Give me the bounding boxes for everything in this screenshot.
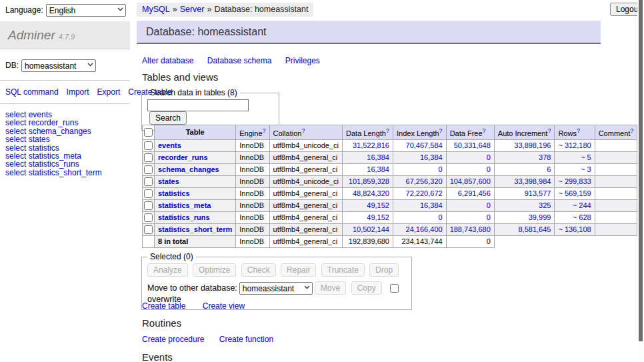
- repair-button[interactable]: Repair: [281, 263, 316, 277]
- hint-link[interactable]: ?: [630, 127, 633, 134]
- row-checkbox[interactable]: [144, 141, 153, 150]
- row-checkbox[interactable]: [144, 165, 153, 174]
- create-procedure-link[interactable]: Create procedure: [142, 335, 204, 344]
- row-checkbox[interactable]: [144, 153, 153, 162]
- sidebar-item-select-statistics-short-term[interactable]: select statistics_short_term: [5, 169, 130, 177]
- hint-link[interactable]: ?: [439, 127, 443, 134]
- auto-increment-link[interactable]: 378: [539, 153, 551, 161]
- rows-count-link[interactable]: ~ 5: [581, 153, 591, 161]
- search-button[interactable]: Search: [149, 111, 187, 125]
- index-length-link[interactable]: 72,220,672: [406, 189, 443, 197]
- move-db-select[interactable]: homeassistant: [239, 282, 313, 295]
- row-checkbox[interactable]: [144, 177, 153, 186]
- check-button[interactable]: Check: [241, 263, 276, 277]
- rows-count-link[interactable]: ~ 136,108: [558, 225, 591, 233]
- rows-count-link[interactable]: ~ 312,180: [558, 141, 591, 149]
- data-free-link[interactable]: 0: [487, 213, 491, 221]
- auto-increment-link[interactable]: 913,577: [525, 189, 551, 197]
- hint-link[interactable]: ?: [577, 127, 580, 134]
- copy-button[interactable]: Copy: [351, 281, 382, 295]
- auto-increment-link[interactable]: 8,581,645: [518, 225, 551, 233]
- table-link[interactable]: schema_changes: [158, 165, 219, 173]
- db-select[interactable]: homeassistant: [21, 59, 96, 72]
- index-length-link[interactable]: 16,384: [420, 153, 443, 161]
- data-free-link[interactable]: 0: [487, 153, 491, 161]
- selected-actions-row: Analyze Optimize Check Repair Truncate D…: [147, 263, 406, 277]
- breadcrumb-mysql-link[interactable]: MySQL: [142, 5, 170, 14]
- import-link[interactable]: Import: [67, 87, 89, 97]
- auto-increment-link[interactable]: 39,999: [529, 213, 551, 221]
- data-free-link[interactable]: 0: [487, 201, 491, 209]
- create-view-link[interactable]: Create view: [203, 301, 245, 311]
- table-link[interactable]: events: [158, 141, 181, 149]
- sql-command-link[interactable]: SQL command: [5, 87, 59, 97]
- select-all-checkbox[interactable]: [144, 128, 153, 137]
- auto-increment-link[interactable]: 6: [547, 165, 551, 173]
- optimize-button[interactable]: Optimize: [193, 263, 236, 277]
- database-schema-link[interactable]: Database schema: [207, 56, 272, 65]
- data-length-link[interactable]: 16,384: [367, 153, 389, 161]
- sidebar-item-select-statistics-runs[interactable]: select statistics_runs: [5, 160, 130, 168]
- table-link[interactable]: states: [158, 177, 179, 185]
- data-length-link[interactable]: 49,152: [367, 201, 389, 209]
- index-length-link[interactable]: 0: [439, 213, 443, 221]
- hint-link[interactable]: ?: [301, 127, 305, 134]
- data-free-link[interactable]: 188,743,680: [450, 225, 491, 233]
- hint-link[interactable]: ?: [263, 127, 266, 134]
- auto-increment-link[interactable]: 33,398,984: [514, 177, 551, 185]
- overwrite-checkbox[interactable]: [390, 284, 399, 293]
- rows-count-link[interactable]: ~ 3: [581, 165, 591, 173]
- sidebar-item-select-states[interactable]: select states: [5, 135, 130, 143]
- index-length-link[interactable]: 70,467,584: [406, 141, 443, 149]
- data-free-link[interactable]: 50,331,648: [454, 141, 491, 149]
- table-link[interactable]: statistics_runs: [158, 213, 210, 221]
- rows-count-link[interactable]: ~ 299,833: [558, 177, 591, 185]
- sidebar-item-select-recorder-runs[interactable]: select recorder_runs: [5, 119, 130, 127]
- row-checkbox[interactable]: [144, 213, 153, 222]
- row-checkbox[interactable]: [144, 201, 153, 210]
- analyze-button[interactable]: Analyze: [147, 263, 188, 277]
- adminer-logo-link[interactable]: Adminer: [8, 28, 55, 42]
- data-free-link[interactable]: 0: [487, 165, 491, 173]
- drop-button[interactable]: Drop: [369, 263, 399, 277]
- data-length-link[interactable]: 10,502,144: [353, 225, 389, 233]
- search-input[interactable]: [147, 99, 249, 111]
- truncate-button[interactable]: Truncate: [321, 263, 365, 277]
- row-checkbox[interactable]: [144, 225, 153, 234]
- create-function-link[interactable]: Create function: [219, 335, 273, 344]
- scrollbar-thumb[interactable]: [639, 0, 643, 341]
- data-length-link[interactable]: 31,522,816: [353, 141, 389, 149]
- data-free-link[interactable]: 6,291,456: [458, 189, 491, 197]
- table-link[interactable]: statistics: [158, 189, 190, 197]
- hint-link[interactable]: ?: [483, 127, 486, 134]
- data-length-link[interactable]: 101,859,328: [349, 177, 389, 185]
- data-free-link[interactable]: 104,857,600: [450, 177, 491, 185]
- auto-increment-link[interactable]: 33,898,196: [514, 141, 551, 149]
- table-link[interactable]: recorder_runs: [158, 153, 208, 161]
- breadcrumb-server-link[interactable]: Server: [180, 5, 205, 14]
- tables-grid: Table Engine? Collation? Data Length? In…: [142, 125, 637, 248]
- auto-increment-link[interactable]: 325: [539, 201, 551, 209]
- export-link[interactable]: Export: [97, 87, 121, 97]
- table-link[interactable]: statistics_short_term: [158, 225, 232, 233]
- rows-count-link[interactable]: ~ 569,159: [558, 189, 591, 197]
- table-link[interactable]: statistics_meta: [158, 201, 211, 209]
- index-length-link[interactable]: 24,166,400: [406, 225, 443, 233]
- alter-database-link[interactable]: Alter database: [142, 56, 193, 65]
- rows-count-link[interactable]: ~ 244: [573, 201, 591, 209]
- privileges-link[interactable]: Privileges: [285, 56, 320, 65]
- data-length-link[interactable]: 49,152: [367, 213, 389, 221]
- index-length-link[interactable]: 16,384: [420, 201, 443, 209]
- language-select[interactable]: English: [46, 4, 126, 17]
- index-length-link[interactable]: 0: [439, 165, 443, 173]
- hint-link[interactable]: ?: [386, 127, 389, 134]
- row-checkbox[interactable]: [144, 189, 153, 198]
- data-length-link[interactable]: 16,384: [367, 165, 389, 173]
- create-table-link[interactable]: Create table: [142, 301, 185, 311]
- rows-count-link[interactable]: ~ 628: [573, 213, 591, 221]
- data-length-link[interactable]: 48,824,320: [353, 189, 389, 197]
- hint-link[interactable]: ?: [547, 127, 551, 134]
- move-button[interactable]: Move: [315, 281, 346, 295]
- index-length-link[interactable]: 67,256,320: [406, 177, 443, 185]
- column-header-rows: Rows?: [555, 125, 595, 140]
